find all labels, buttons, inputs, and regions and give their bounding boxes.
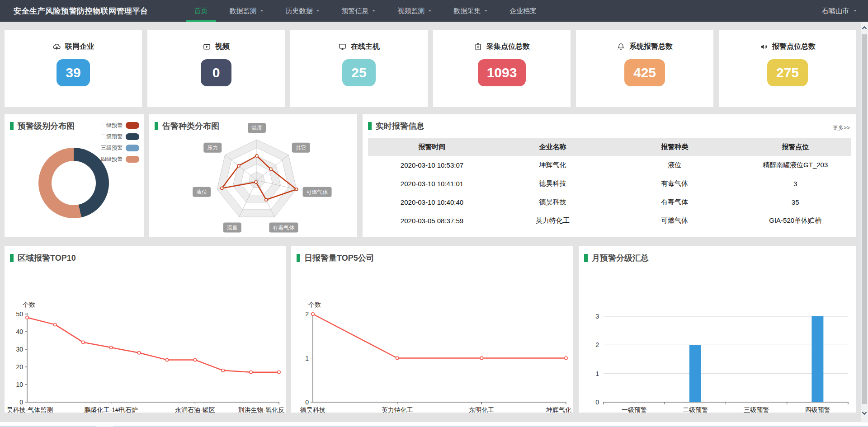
legend-swatch <box>126 156 139 163</box>
alarm-table-cell: 德昊科技 <box>496 179 609 188</box>
alarm-table-cell: 有毒气体 <box>609 179 740 188</box>
panel-title: 预警级别分布图 <box>10 121 75 131</box>
column-header: 报警点位 <box>740 143 851 151</box>
legend-swatch <box>126 122 139 129</box>
nav-item-label: 数据采集 <box>453 7 481 15</box>
stat-card-header: 报警点位总数 <box>760 42 816 52</box>
page-scrollbar[interactable] <box>861 22 868 422</box>
y-tick-label: 1 <box>305 355 309 362</box>
x-tick-label: 四级预警 <box>805 406 830 413</box>
panel-title-text: 日报警量TOP5公司 <box>304 253 374 263</box>
column-header: 企业名称 <box>496 143 609 151</box>
data-point <box>193 358 196 361</box>
bar <box>689 345 701 402</box>
data-point <box>565 357 567 359</box>
legend-label: 二级预警 <box>101 133 123 141</box>
scrollbar-thumb[interactable] <box>862 34 867 404</box>
title-marker <box>10 122 14 130</box>
stat-card-collection-points-total: 采集点位总数1093 <box>433 30 571 107</box>
donut-hole <box>52 161 96 205</box>
radar-axis-label: 液位 <box>196 189 207 195</box>
region-top10-line-chart: 01020304050个数昊科技-气体监测鹏盛化工-1#电石炉永润石油-罐区荆洪… <box>5 246 286 413</box>
legend-item[interactable]: 四级预警 <box>101 155 139 163</box>
stat-card-connected-enterprises: 联网企业39 <box>5 30 142 107</box>
alarm-table-cell: 2020-03-05 08:37:59 <box>368 217 496 225</box>
x-tick-label: 英力特化工 <box>382 406 413 413</box>
stat-card-value: 1093 <box>478 59 526 86</box>
radar-axis-label: 流量 <box>227 225 238 231</box>
y-axis-title: 个数 <box>308 301 321 308</box>
pie-legend: 一级预警二级预警三级预警四级预警 <box>101 122 139 163</box>
alarm-table-row[interactable]: 2020-03-10 10:41:01德昊科技有毒气体3 <box>368 174 851 193</box>
monthly-levels-bar-chart: 0123一级预警二级预警三级预警四级预警 <box>579 246 856 413</box>
title-marker <box>584 254 588 262</box>
alarm-table-row[interactable]: 2020-03-05 08:37:59英力特化工可燃气体GIA-520单体贮槽 <box>368 211 851 230</box>
more-link[interactable]: 更多>> <box>833 124 850 132</box>
nav-item-label: 视频监测 <box>397 7 425 15</box>
alarm-table-header: 报警时间企业名称报警种类报警点位 <box>368 138 851 156</box>
panel-title: 告警种类分布图 <box>155 121 219 131</box>
alarm-table-row[interactable]: 2020-03-10 10:53:07坤辉气化液位精醇南罐液位GT_203 <box>368 156 851 174</box>
nav-item-label: 历史数据 <box>285 7 312 15</box>
radar-axis-label: 可燃气体 <box>307 189 328 195</box>
nav-item-home[interactable]: 首页 <box>184 0 219 22</box>
x-tick-label: 永润石油-罐区 <box>175 406 215 413</box>
chevron-down-icon: ▼ <box>260 9 264 13</box>
legend-item[interactable]: 三级预警 <box>101 144 139 152</box>
radar-chart: 温度其它可燃气体有毒气体流量液位压力 <box>149 114 357 237</box>
radar-point <box>295 188 298 191</box>
legend-label: 三级预警 <box>101 144 123 152</box>
scroll-down-icon[interactable] <box>861 409 868 417</box>
chevron-down-icon: ▼ <box>853 9 857 13</box>
chevron-down-icon: ▼ <box>316 9 320 13</box>
stat-card-label: 采集点位总数 <box>486 42 530 52</box>
alarm-table-cell: 3 <box>740 180 851 188</box>
y-tick-label: 0 <box>305 399 309 406</box>
speaker-icon <box>760 42 768 51</box>
y-tick-label: 20 <box>16 363 23 371</box>
scroll-up-icon[interactable] <box>861 24 868 32</box>
stat-card-value: 39 <box>57 59 90 86</box>
alarm-table-cell: 有毒气体 <box>609 198 740 206</box>
alarm-table-row[interactable]: 2020-03-10 10:40:40德昊科技有毒气体35 <box>368 193 851 211</box>
y-tick-label: 50 <box>16 310 23 318</box>
dashboard-page: { "nav": { "brand": "安全生产风险预警防控物联网管理平台",… <box>0 0 868 427</box>
nav-item-data-collection[interactable]: 数据采集▼ <box>443 0 499 22</box>
data-point <box>311 313 314 315</box>
nav-item-video-monitor[interactable]: 视频监测▼ <box>387 0 443 22</box>
alarm-table-cell: 精醇南罐液位GT_203 <box>740 161 851 169</box>
nav-item-warning-info[interactable]: 预警信息▼ <box>330 0 387 22</box>
nav-item-history-data[interactable]: 历史数据▼ <box>274 0 330 22</box>
nav-item-label: 数据监测 <box>230 7 257 15</box>
y-axis-title: 个数 <box>22 301 35 308</box>
cloud-upload-icon <box>52 42 61 51</box>
radar-axis-label: 其它 <box>296 145 307 151</box>
legend-item[interactable]: 二级预警 <box>101 133 139 141</box>
title-marker <box>368 122 372 130</box>
title-marker <box>297 254 300 262</box>
video-icon <box>203 42 211 51</box>
y-tick-label: 40 <box>16 328 23 335</box>
alarm-table-cell: 可燃气体 <box>609 216 740 225</box>
radar-point <box>221 187 223 190</box>
stat-card-label: 系统报警总数 <box>629 42 673 52</box>
stat-card-videos: 视频0 <box>147 30 285 107</box>
radar-axis-label: 温度 <box>251 125 262 131</box>
region-selector[interactable]: 石嘴山市 ▼ <box>822 7 857 15</box>
nav-item-enterprise-archive[interactable]: 企业档案 <box>499 0 547 22</box>
nav-item-data-monitor[interactable]: 数据监测▼ <box>219 0 275 22</box>
y-tick-label: 1 <box>595 370 599 377</box>
y-tick-label: 3 <box>595 313 599 320</box>
panel-title-text: 月预警分级汇总 <box>592 253 649 263</box>
x-tick-label: 昊科技-气体监测 <box>7 406 53 413</box>
data-point <box>137 352 140 354</box>
legend-item[interactable]: 一级预警 <box>101 122 139 129</box>
legend-swatch <box>126 145 139 151</box>
stat-card-label: 视频 <box>215 42 230 52</box>
alarm-table-cell: 2020-03-10 10:53:07 <box>368 161 496 169</box>
stat-card-header: 联网企业 <box>52 42 94 52</box>
top-nav: 安全生产风险预警防控物联网管理平台 首页数据监测▼历史数据▼预警信息▼视频监测▼… <box>0 0 868 22</box>
stat-card-header: 视频 <box>203 42 230 52</box>
nav-menu: 首页数据监测▼历史数据▼预警信息▼视频监测▼数据采集▼企业档案 <box>184 0 548 22</box>
radar-point <box>255 181 257 183</box>
